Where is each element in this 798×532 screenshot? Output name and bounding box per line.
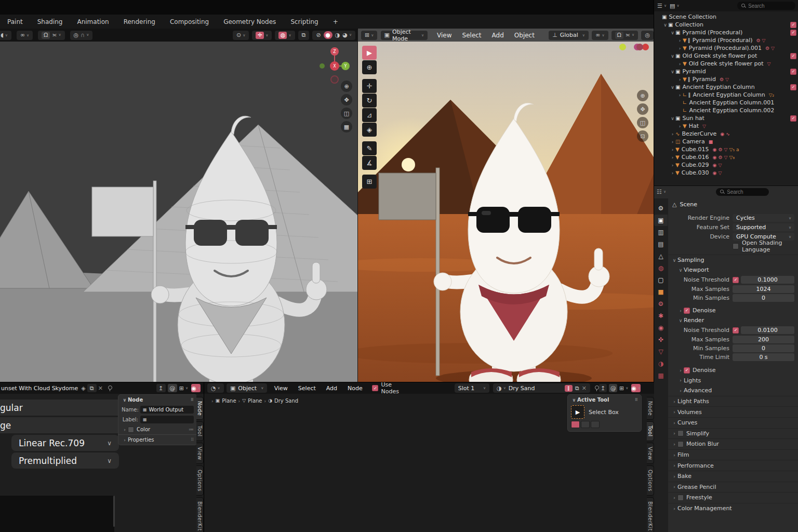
properties-section-row[interactable]: › Volumes — [668, 406, 798, 417]
outliner-item-name[interactable]: Cube.030 — [682, 169, 709, 176]
section-render[interactable]: Render — [684, 317, 704, 324]
properties-tab-icon[interactable]: ▣ — [654, 215, 668, 226]
collection-checkbox[interactable] — [790, 115, 796, 122]
outliner-row[interactable]: ∟ Ancient Egyptian Column.001 — [654, 99, 798, 107]
data-badge-icon[interactable]: ▽ — [724, 147, 728, 152]
node-view[interactable]: gular ge Linear Rec.709 Premultiplied ∨N… — [0, 394, 196, 532]
collection-checkbox[interactable] — [790, 30, 796, 36]
tool-button[interactable]: ⊕ — [362, 60, 377, 74]
snapping-swirl-icon[interactable]: @ — [168, 384, 177, 392]
outliner-row[interactable]: › ▼ Cube.016 ◉⚙▽▽₈ — [654, 153, 798, 161]
outliner-row[interactable]: ∨ ▣ Old Greek style flower pot — [654, 52, 798, 60]
wireframe-shading-icon[interactable]: ⊘ — [316, 32, 321, 38]
expand-toggle-icon[interactable]: › — [677, 77, 683, 82]
grid-snap-icon[interactable]: ⊞ — [619, 385, 628, 391]
outliner-row[interactable]: ∨ ▣ Sun hat — [654, 114, 798, 122]
collection-checkbox[interactable] — [790, 84, 796, 90]
breadcrumb[interactable]: Scene — [680, 201, 697, 208]
pivot-point-dropdown[interactable]: ◖ — [0, 31, 11, 40]
visibility-dropdown[interactable]: ⊙ — [233, 31, 249, 40]
expand-toggle-icon[interactable]: › — [670, 147, 675, 152]
outliner-item-name[interactable]: BezierCurve — [682, 130, 716, 137]
sidebar-tab[interactable]: Node — [196, 397, 204, 420]
workspace-tab[interactable]: Animation — [70, 15, 116, 29]
node-panel-title[interactable]: Node — [128, 397, 143, 403]
viewport-menu-item[interactable]: Add — [492, 32, 504, 39]
material-shading-icon[interactable]: ◑ — [335, 32, 340, 38]
sidebar-tab[interactable]: Tool — [647, 421, 654, 441]
falloff-icon[interactable]: ∩ — [81, 32, 89, 38]
xray-toggle[interactable]: ⧉ — [298, 31, 310, 40]
data-badge-icon[interactable]: a — [736, 147, 739, 152]
tool-button[interactable]: ✛ — [362, 79, 377, 93]
snapping-swirl-icon[interactable]: @ — [609, 384, 617, 392]
outliner-item-name[interactable]: Old Greek style flower pot — [689, 60, 764, 67]
active-tool-title[interactable]: Active Tool — [577, 397, 609, 403]
link-dropdown[interactable]: ∞ — [17, 31, 33, 40]
node-tree-icon[interactable]: ∥ — [565, 385, 573, 392]
magnet-icon[interactable]: Ω — [615, 32, 623, 39]
outliner-row[interactable]: › ∿ BezierCurve ◉∿ — [654, 130, 798, 138]
data-badge-icon[interactable]: ⚙ — [718, 155, 722, 160]
material-datablock[interactable]: ◑ Dry Sand ∥ ⧉ ✕ — [493, 383, 590, 393]
tool-button[interactable]: ⊿ — [362, 108, 377, 122]
properties-tab-icon[interactable]: ⚙ — [654, 203, 668, 214]
select-mode-subtract[interactable] — [591, 421, 600, 428]
outliner-row[interactable]: › ▼ Cube.029 ◉▽ — [654, 161, 798, 169]
properties-tab-icon[interactable]: ▢ — [654, 274, 668, 286]
sidebar-tab[interactable]: Node — [647, 397, 654, 420]
expand-toggle-icon[interactable]: › — [670, 170, 675, 176]
outliner-row[interactable]: ∨ ▣ Pyramid — [654, 68, 798, 75]
expand-toggle-icon[interactable]: ∨ — [670, 69, 675, 74]
section-checkbox[interactable] — [684, 367, 690, 374]
solid-shading-icon[interactable]: ● — [324, 31, 332, 39]
render-min-samples[interactable]: 0 — [733, 344, 794, 352]
outliner-item-name[interactable]: Ancient Egyptian Column — [693, 91, 765, 98]
outliner-item-name[interactable]: Ancient Egyptian Column — [682, 84, 754, 90]
properties-tab-icon[interactable]: △ — [654, 250, 668, 262]
expand-toggle-icon[interactable]: › — [670, 131, 675, 137]
proportional-toggle[interactable]: ◎ — [641, 31, 654, 40]
properties-tab-icon[interactable]: ◍ — [654, 262, 668, 274]
magnet-icon[interactable]: Ω — [42, 32, 50, 39]
outliner-item-name[interactable]: Pyramid — [682, 68, 706, 75]
properties-section-row[interactable]: › Film — [668, 449, 798, 460]
parent-tree-up-icon[interactable]: ↥ — [599, 384, 607, 392]
copy-datablock-icon[interactable]: ⧉ — [87, 384, 97, 392]
properties-section-row[interactable]: › Light Paths — [668, 396, 798, 407]
properties-tab-icon[interactable]: ■ — [654, 286, 668, 298]
outliner-row[interactable]: › ▼ Hat ▽ — [654, 122, 798, 130]
drag-dots-icon[interactable]: ⠿ — [635, 397, 638, 402]
expand-toggle-icon[interactable]: › — [670, 139, 675, 144]
outliner-item-name[interactable]: Pyramid (Procedural).001 — [689, 45, 762, 51]
unlink-material-icon[interactable]: ✕ — [582, 385, 587, 391]
data-badge-icon[interactable]: ⚙ — [756, 38, 760, 43]
select-box-tool-icon[interactable]: ▶ — [571, 405, 584, 419]
properties-tab-icon[interactable]: ▽ — [654, 346, 668, 357]
select-mode-extend[interactable] — [581, 421, 590, 428]
vp-max-samples[interactable]: 1024 — [733, 285, 794, 293]
sidebar-tab[interactable]: View — [196, 443, 204, 464]
preview-sphere-icon[interactable]: ◉ — [191, 384, 201, 392]
outliner-editor-icon[interactable]: ☰ — [657, 3, 667, 9]
properties-tab-icon[interactable]: ▦ — [654, 370, 668, 381]
data-badge-icon[interactable]: ▽₈ — [729, 155, 735, 160]
tool-button[interactable]: ∡ — [362, 156, 377, 170]
vp-noise-value[interactable]: 0.1000 — [741, 276, 794, 284]
properties-section-row[interactable]: › Lights — [668, 376, 798, 386]
data-badge-icon[interactable]: ◉ — [713, 163, 717, 168]
outliner-item-name[interactable]: Pyramid — [693, 76, 716, 83]
properties-tab-icon[interactable]: ✜ — [654, 334, 668, 345]
world-datablock-name[interactable]: unset With Cloud Skydome — [1, 385, 78, 392]
expand-toggle-icon[interactable]: ∨ — [670, 54, 675, 59]
scrollbar[interactable] — [113, 496, 115, 527]
section-checkbox[interactable] — [677, 441, 684, 447]
tool-button[interactable]: ◈ — [362, 123, 377, 137]
collection-checkbox[interactable] — [790, 22, 796, 28]
overlays-dropdown[interactable]: ◍ — [275, 31, 295, 40]
properties-section-row[interactable]: › Freestyle — [668, 492, 798, 503]
list-icon[interactable]: ≔ — [189, 427, 194, 432]
workspace-tab[interactable]: Shading — [30, 15, 70, 29]
sidebar-tab[interactable]: Options — [196, 466, 204, 496]
expand-toggle-icon[interactable]: › — [670, 155, 675, 160]
